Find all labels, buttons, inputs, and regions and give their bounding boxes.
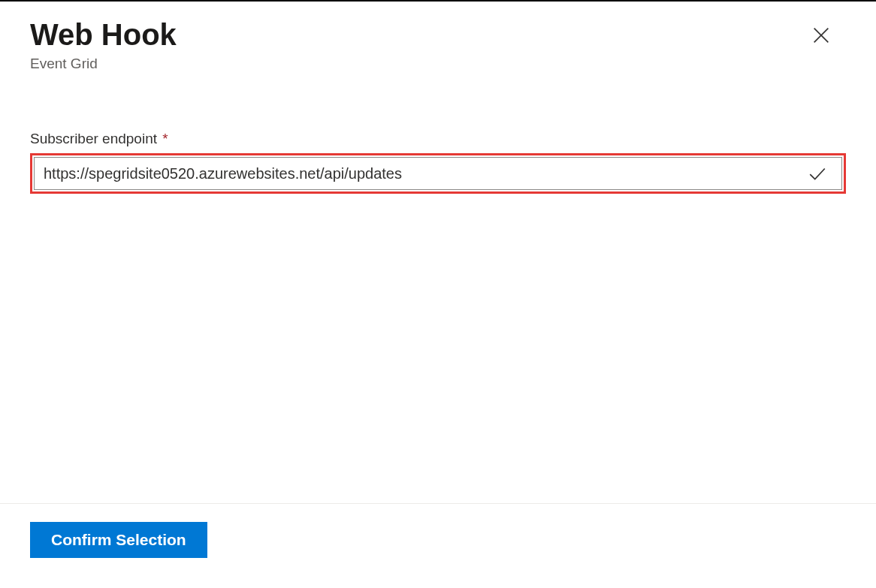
blade-header: Web Hook Event Grid [0,2,876,72]
endpoint-input-highlight [30,153,846,194]
required-asterisk: * [162,131,168,146]
blade-title: Web Hook [30,17,846,53]
blade-content: Subscriber endpoint * [0,72,876,194]
close-icon [811,25,832,48]
blade-subtitle: Event Grid [30,56,846,72]
endpoint-label: Subscriber endpoint * [30,131,846,147]
subscriber-endpoint-input[interactable] [34,157,842,190]
confirm-selection-button[interactable]: Confirm Selection [30,522,207,558]
endpoint-label-text: Subscriber endpoint [30,131,157,146]
checkmark-icon [808,164,827,183]
close-button[interactable] [808,23,835,50]
blade-footer: Confirm Selection [0,503,876,588]
